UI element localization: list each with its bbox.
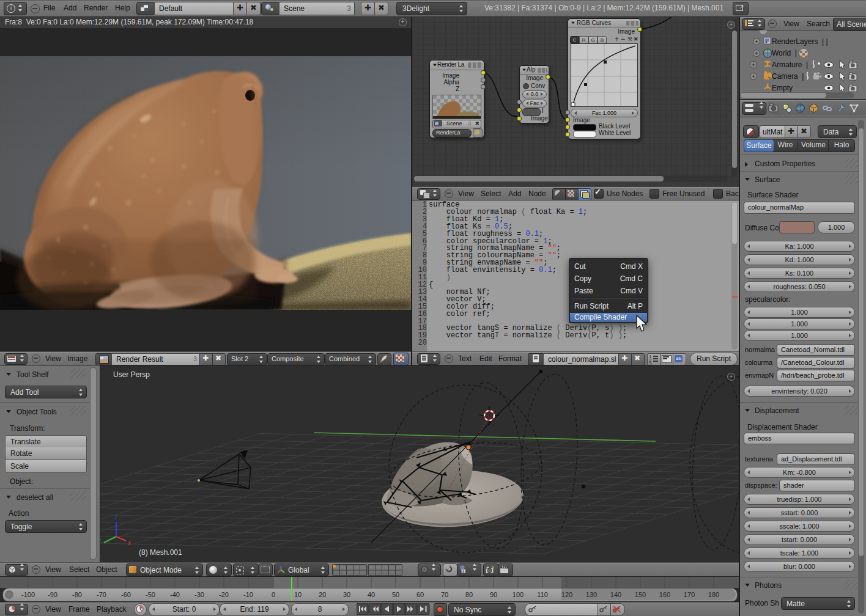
svg-text:90: 90: [490, 591, 497, 598]
svg-text:10: 10: [294, 591, 302, 598]
svg-text:z: z: [114, 514, 117, 521]
svg-text:130: 130: [586, 591, 597, 598]
svg-text:180: 180: [708, 591, 719, 598]
svg-text:0: 0: [272, 591, 275, 598]
svg-text:-80: -80: [72, 591, 82, 598]
svg-text:-20: -20: [219, 591, 229, 598]
svg-text:110: 110: [537, 591, 548, 598]
svg-text:100: 100: [513, 591, 524, 598]
svg-text:-40: -40: [170, 591, 180, 598]
svg-text:30: 30: [343, 591, 350, 598]
svg-text:x: x: [128, 540, 131, 546]
svg-text:170: 170: [684, 591, 695, 598]
svg-text:60: 60: [416, 591, 424, 598]
svg-text:-10: -10: [243, 591, 253, 598]
svg-text:20: 20: [319, 591, 326, 598]
svg-text:-60: -60: [121, 591, 131, 598]
svg-text:-30: -30: [194, 591, 204, 598]
svg-text:140: 140: [610, 591, 621, 598]
svg-text:50: 50: [392, 591, 399, 598]
svg-text:80: 80: [465, 591, 473, 598]
svg-text:-100: -100: [21, 591, 35, 598]
svg-text:-50: -50: [146, 591, 155, 598]
svg-text:40: 40: [368, 591, 375, 598]
svg-text:70: 70: [441, 591, 448, 598]
svg-text:-70: -70: [97, 591, 106, 598]
svg-text:120: 120: [561, 591, 572, 598]
svg-text:-90: -90: [48, 591, 57, 598]
svg-text:150: 150: [635, 591, 646, 598]
svg-text:160: 160: [659, 591, 670, 598]
